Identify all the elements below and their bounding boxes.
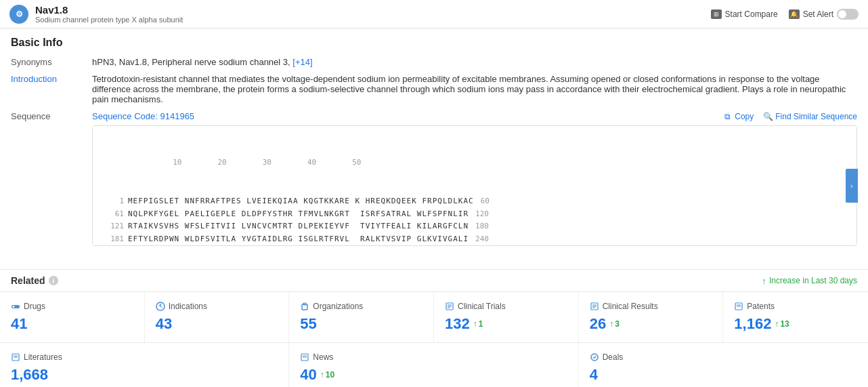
find-similar-button[interactable]: 🔍 Find Similar Sequence — [763, 112, 857, 121]
stat-value: 26 ↑ 3 — [590, 315, 712, 333]
stat-cell[interactable]: Clinical Trials 132 ↑ 1 — [434, 292, 579, 342]
header-left: ⚙ Nav1.8 Sodium channel protein type X a… — [9, 4, 183, 24]
increase-label: ↑ Increase in Last 30 days — [762, 276, 857, 286]
stat-value: 4 — [590, 366, 857, 384]
related-info-icon[interactable]: i — [49, 276, 58, 285]
related-title: Related i — [11, 275, 58, 286]
stat-value: 132 ↑ 1 — [445, 315, 567, 333]
sequence-line: 121RTAIKVSVHS WFSLFITVII LVNCVCMTRT DLPE… — [102, 220, 847, 232]
set-alert-button[interactable]: 🔔 Set Alert — [789, 9, 859, 20]
stat-number-link[interactable]: 4 — [590, 366, 598, 384]
seq-text: HSVKKLADVT ILTIFCLSVF ALVGLQLFKG NLKNKCV… — [128, 245, 469, 246]
stat-icon — [590, 302, 599, 311]
stat-label: Patents — [747, 302, 775, 311]
stat-label: Drugs — [24, 302, 45, 311]
stat-number-link[interactable]: 55 — [300, 315, 316, 333]
seq-end-num: 300 — [475, 245, 489, 246]
header: ⚙ Nav1.8 Sodium channel protein type X a… — [0, 0, 868, 28]
stat-cell[interactable]: Drugs 41 — [0, 292, 145, 342]
sequence-line: 241HSVKKLADVT ILTIFCLSVF ALVGLQLFKG NLKN… — [102, 245, 847, 246]
stat-increase: ↑ 13 — [775, 319, 789, 329]
seq-start-num: 181 — [102, 233, 124, 245]
seq-start-num: 1 — [102, 195, 124, 207]
main-content: Basic Info Synonyms hPN3, Nav1.8, Periph… — [0, 28, 868, 261]
sequence-code-display: Sequence Code: 9141965 — [92, 111, 194, 121]
start-compare-button[interactable]: ⊞ Start Compare — [711, 9, 778, 19]
stat-icon — [300, 302, 309, 311]
stat-header: Clinical Results — [590, 302, 712, 311]
stat-number-link[interactable]: 41 — [11, 315, 27, 333]
sequence-row: Sequence Sequence Code: 9141965 ⧉ Copy 🔍 — [11, 111, 857, 246]
stat-cell[interactable]: Clinical Results 26 ↑ 3 — [579, 292, 724, 342]
sequence-box[interactable]: 10 20 30 40 50 1MEFPIGSLET NNFRRAFTPES L… — [92, 125, 857, 246]
sequence-actions: ⧉ Copy 🔍 Find Similar Sequence — [722, 112, 857, 121]
seq-text: MEFPIGSLET NNFRRAFTPES LVEIEKQIAA KQGTKK… — [128, 195, 474, 207]
header-title-block: Nav1.8 Sodium channel protein type X alp… — [35, 4, 183, 24]
stat-cell[interactable]: Organizations 55 — [289, 292, 434, 342]
synonyms-label: Synonyms — [11, 57, 92, 67]
seq-start-num: 241 — [102, 245, 124, 246]
stat-increase: ↑ 1 — [473, 319, 483, 329]
stat-number-link[interactable]: 40 — [300, 366, 316, 384]
seq-end-num: 120 — [475, 208, 489, 220]
sequence-container: Sequence Code: 9141965 ⧉ Copy 🔍 Find Sim… — [92, 111, 857, 246]
stat-number-link[interactable]: 1,668 — [11, 366, 48, 384]
up-arrow-small-icon: ↑ — [609, 319, 613, 329]
copy-button[interactable]: ⧉ Copy — [722, 112, 754, 121]
up-arrow-small-icon: ↑ — [473, 319, 477, 329]
sequence-line: 181EFTYLRDPWN WLDFSVITLA YVGTAIDLRG ISGL… — [102, 233, 847, 245]
copy-icon: ⧉ — [722, 112, 732, 121]
seq-text: EFTYLRDPWN WLDFSVITLA YVGTAIDLRG ISGLRTF… — [128, 233, 469, 245]
introduction-row: Introduction Tetrodotoxin-resistant chan… — [11, 74, 857, 104]
sequence-ruler: 10 20 30 40 50 — [102, 157, 847, 169]
nav-icon: ⚙ — [9, 5, 28, 24]
related-header: Related i ↑ Increase in Last 30 days — [0, 269, 868, 292]
stat-cell[interactable]: Deals 4 — [579, 343, 868, 387]
seq-end-num: 60 — [481, 195, 490, 207]
introduction-text: Tetrodotoxin-resistant channel that medi… — [92, 74, 857, 104]
sequence-line: 61NQLPKFYGEL PAELIGEPLE DLDPFYSTHR TFMVL… — [102, 208, 847, 220]
up-arrow-icon: ↑ — [762, 276, 766, 286]
sequence-code-link[interactable]: Sequence Code: 9141965 — [92, 111, 194, 121]
stat-cell[interactable]: Indications 43 — [145, 292, 290, 342]
stat-header: Clinical Trials — [445, 302, 567, 311]
stat-label: Clinical Results — [603, 302, 658, 311]
page-subtitle: Sodium channel protein type X alpha subu… — [35, 16, 183, 24]
stat-header: Indications — [156, 302, 278, 311]
stat-header: Deals — [590, 352, 857, 362]
synonyms-more-link[interactable]: [+14] — [292, 57, 312, 67]
stat-cell[interactable]: Patents 1,162 ↑ 13 — [723, 292, 868, 342]
stat-header: Drugs — [11, 302, 133, 311]
seq-start-num: 121 — [102, 220, 124, 232]
up-arrow-small-icon: ↑ — [320, 370, 324, 380]
stat-value: 43 — [156, 315, 278, 333]
stat-number-link[interactable]: 43 — [156, 315, 172, 333]
sequence-header: Sequence Code: 9141965 ⧉ Copy 🔍 Find Sim… — [92, 111, 857, 121]
seq-text: RTAIKVSVHS WFSLFITVII LVNCVCMTRT DLPEKIE… — [128, 220, 469, 232]
stat-icon — [156, 302, 165, 311]
stat-header: Literatures — [11, 352, 278, 362]
seq-text: NQLPKFYGEL PAELIGEPLE DLDPFYSTHR TFMVLNK… — [128, 208, 469, 220]
stat-label: Indications — [169, 302, 207, 311]
stat-number-link[interactable]: 1,162 — [734, 315, 771, 333]
alert-toggle[interactable] — [837, 9, 859, 20]
scroll-right-button[interactable]: › — [846, 169, 858, 203]
stat-value: 1,668 — [11, 366, 278, 384]
sequence-label: Sequence — [11, 111, 92, 121]
stat-number-link[interactable]: 132 — [445, 315, 470, 333]
page-title: Nav1.8 — [35, 4, 183, 16]
stat-icon — [300, 352, 309, 362]
seq-end-num: 180 — [475, 220, 489, 232]
stat-increase: ↑ 3 — [609, 319, 620, 329]
stat-icon — [734, 302, 743, 311]
stat-number-link[interactable]: 26 — [590, 315, 606, 333]
stat-cell[interactable]: News 40 ↑ 10 — [289, 343, 578, 387]
up-arrow-small-icon: ↑ — [775, 319, 779, 329]
sequence-box-wrapper: 10 20 30 40 50 1MEFPIGSLET NNFRRAFTPES L… — [92, 125, 857, 246]
stat-label: Deals — [603, 352, 624, 362]
stat-header: News — [300, 352, 567, 362]
stat-cell[interactable]: Literatures 1,668 — [0, 343, 289, 387]
seq-end-num: 240 — [475, 233, 489, 245]
stat-header: Patents — [734, 302, 857, 311]
sequence-line: 1MEFPIGSLET NNFRRAFTPES LVEIEKQIAA KQGTK… — [102, 195, 847, 207]
